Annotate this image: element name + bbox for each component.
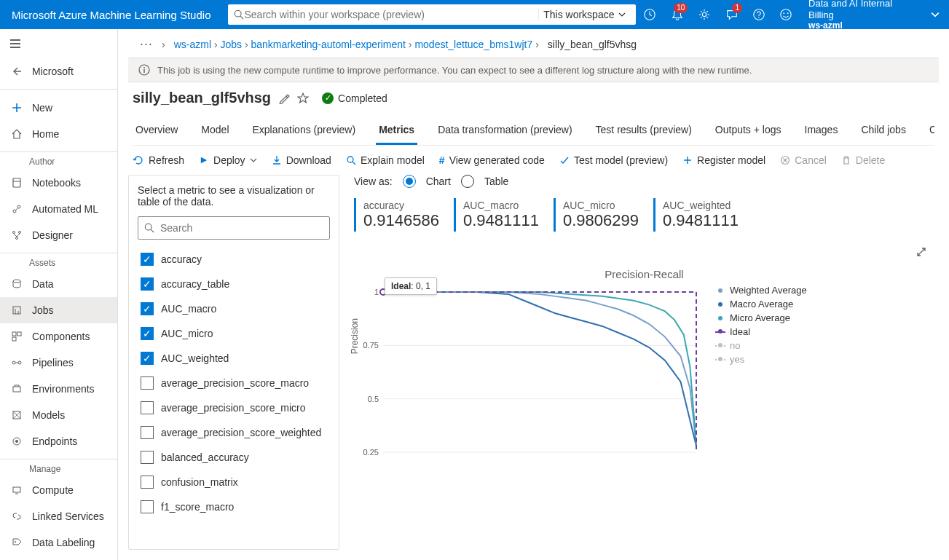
checkbox-icon[interactable] (141, 376, 154, 390)
legend-item[interactable]: Macro Average (715, 299, 807, 309)
nav-item-linked-services[interactable]: Linked Services (0, 503, 117, 529)
view-code-button[interactable]: #View generated code (439, 154, 545, 166)
nav-item-data[interactable]: Data (0, 271, 117, 297)
legend-item[interactable]: yes (715, 354, 807, 365)
nav-item-models[interactable]: Models (0, 402, 117, 428)
tab-child-jobs[interactable]: Child jobs (858, 117, 908, 145)
tab-images[interactable]: Images (802, 117, 841, 145)
topbar-actions: 10 1 Data and AI Internal Billing ws-azm… (636, 0, 949, 29)
checkbox-icon[interactable]: ✓ (141, 253, 154, 266)
legend-item[interactable]: Weighted Average (715, 285, 807, 296)
metric-AUC_micro[interactable]: ✓AUC_micro (138, 321, 327, 346)
search-input[interactable] (244, 9, 538, 20)
tab-model[interactable]: Model (198, 117, 232, 145)
checkbox-icon[interactable]: ✓ (141, 327, 154, 340)
radio-table-label: Table (484, 176, 508, 187)
tab-test-results-preview-[interactable]: Test results (preview) (593, 117, 695, 145)
nav-item-compute[interactable]: Compute (0, 477, 117, 503)
metric-accuracy_table[interactable]: ✓accuracy_table (138, 272, 327, 296)
metric-balanced_accuracy[interactable]: balanced_accuracy (138, 445, 327, 470)
refresh-button[interactable]: Refresh (133, 154, 184, 166)
radio-table[interactable] (461, 175, 474, 188)
tab-explanations-preview-[interactable]: Explanations (preview) (250, 117, 359, 145)
tab-overview[interactable]: Overview (133, 117, 181, 145)
gear-icon[interactable] (690, 0, 717, 29)
nav-item-automated-ml[interactable]: Automated ML (0, 196, 117, 222)
feedback-icon[interactable]: 1 (718, 0, 745, 29)
nav-item-environments[interactable]: Environments (0, 376, 117, 402)
download-button[interactable]: Download (272, 154, 331, 166)
checkbox-icon[interactable] (141, 476, 154, 489)
register-model-button[interactable]: Register model (682, 154, 765, 166)
environments-icon (10, 382, 23, 395)
hamburger-icon[interactable] (0, 29, 117, 58)
breadcrumb-overflow[interactable]: ··· (140, 36, 153, 52)
checkbox-icon[interactable] (141, 401, 154, 414)
nav-item-endpoints[interactable]: Endpoints (0, 428, 117, 454)
nav-item-pipelines[interactable]: Pipelines (0, 350, 117, 376)
smile-icon[interactable] (773, 0, 800, 29)
nav-back[interactable]: Microsoft (0, 58, 117, 84)
legend-label: Ideal (730, 326, 750, 337)
metric-AUC_weighted[interactable]: ✓AUC_weighted (138, 346, 327, 371)
legend-item[interactable]: Micro Average (715, 312, 807, 323)
bell-icon[interactable]: 10 (663, 0, 690, 29)
nav-item-notebooks[interactable]: Notebooks (0, 170, 117, 196)
nav-item-designer[interactable]: Designer (0, 222, 117, 248)
nav-item-components[interactable]: Components (0, 323, 117, 350)
nav-item-data-labeling[interactable]: Data Labeling (0, 529, 117, 556)
deploy-button[interactable]: Deploy (199, 154, 257, 166)
metric-AUC_macro[interactable]: ✓AUC_macro (138, 296, 327, 321)
nav-new[interactable]: New (0, 95, 117, 121)
metric-search[interactable] (138, 216, 330, 240)
checkbox-icon[interactable]: ✓ (141, 302, 154, 315)
breadcrumb-link[interactable]: modest_lettuce_bms1wjt7 (414, 39, 532, 50)
metric-confusion_matrix[interactable]: confusion_matrix (138, 470, 327, 494)
delete-button[interactable]: Delete (841, 154, 885, 166)
metric-list[interactable]: ✓accuracy✓accuracy_table✓AUC_macro✓AUC_m… (138, 247, 330, 540)
radio-chart[interactable] (403, 175, 416, 188)
checkbox-icon[interactable]: ✓ (141, 352, 154, 365)
checkbox-icon[interactable] (141, 426, 154, 439)
tab-metrics[interactable]: Metrics (376, 117, 417, 145)
breadcrumb-link[interactable]: bankmarketing-automl-experiment (251, 39, 406, 50)
breadcrumb-link[interactable]: ws-azml (174, 39, 211, 50)
legend-item[interactable]: Ideal (715, 326, 807, 337)
metric-search-input[interactable] (160, 222, 323, 234)
cancel-button[interactable]: Cancel (780, 154, 827, 166)
edit-icon[interactable] (278, 92, 290, 104)
nav-item-jobs[interactable]: Jobs (0, 297, 117, 323)
star-icon[interactable] (297, 92, 309, 104)
tab-code[interactable]: Code (926, 117, 934, 145)
tab-outputs-logs[interactable]: Outputs + logs (712, 117, 784, 145)
clock-icon[interactable] (636, 0, 663, 29)
tab-strip: OverviewModelExplanations (preview)Metri… (133, 117, 934, 146)
breadcrumb-link[interactable]: Jobs (220, 39, 242, 50)
metric-average_precision_score_micro[interactable]: average_precision_score_micro (138, 395, 327, 420)
legend-item[interactable]: no (715, 340, 807, 351)
metric-average_precision_score_macro[interactable]: average_precision_score_macro (138, 371, 327, 395)
expand-icon[interactable] (915, 246, 927, 260)
search-scope-dropdown[interactable]: This workspace (538, 9, 630, 20)
global-search[interactable]: This workspace (228, 4, 636, 25)
checkbox-icon[interactable]: ✓ (141, 277, 154, 291)
help-icon[interactable] (745, 0, 772, 29)
metric-average_precision_score_weighted[interactable]: average_precision_score_weighted (138, 420, 327, 445)
command-bar: Refresh Deploy Download Explain model #V… (118, 146, 949, 175)
explain-model-button[interactable]: Explain model (346, 154, 425, 166)
metric-accuracy[interactable]: ✓accuracy (138, 247, 327, 272)
chevron-down-icon[interactable] (922, 0, 949, 29)
tab-data-transformation-preview-[interactable]: Data transformation (preview) (435, 117, 575, 145)
svg-point-34 (347, 157, 353, 162)
nav-home[interactable]: Home (0, 121, 117, 147)
nav-label: Data Labeling (32, 537, 95, 548)
precision-recall-chart[interactable]: Ideal: 0, 1 0.250.50.751 Precision (354, 285, 704, 460)
chevron-right-icon: › (406, 39, 414, 50)
tenant-switcher[interactable]: Data and AI Internal Billing ws-azml (800, 0, 921, 31)
checkbox-icon[interactable] (141, 451, 154, 464)
svg-point-13 (13, 232, 15, 234)
metrics-panel: View as: Chart Table accuracy0.9146586AU… (350, 175, 939, 550)
checkbox-icon[interactable] (141, 500, 154, 513)
test-model-button[interactable]: Test model (preview) (559, 154, 668, 166)
metric-f1_score_macro[interactable]: f1_score_macro (138, 494, 327, 519)
